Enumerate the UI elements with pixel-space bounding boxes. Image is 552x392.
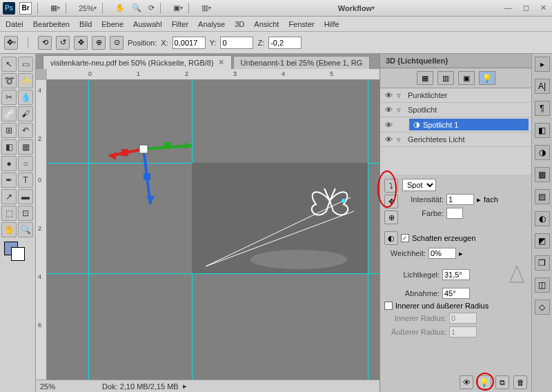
menu-3d[interactable]: 3D	[235, 20, 244, 28]
radius-checkbox[interactable]	[384, 302, 393, 310]
eye-icon[interactable]: 👁	[383, 106, 394, 114]
stepper-icon[interactable]: ▸	[459, 249, 463, 258]
crop-tool[interactable]: ✂	[1, 90, 17, 105]
opt-icon-4[interactable]: ⊕	[92, 36, 106, 50]
character-panel-icon[interactable]: A|	[535, 79, 550, 94]
history-brush-tool[interactable]: ↶	[18, 123, 33, 138]
paths-panel-icon[interactable]: ◇	[535, 300, 550, 315]
light-type-select[interactable]: Spot	[402, 179, 436, 191]
adjustments-panel-icon[interactable]: ◐	[535, 211, 550, 226]
add-icon[interactable]: ⧉	[495, 375, 509, 389]
tab-close-icon[interactable]: ✕	[218, 58, 224, 67]
arrow-icon[interactable]: ▸	[535, 57, 550, 72]
marquee-tool[interactable]: ▭	[18, 57, 33, 72]
material-filter-icon[interactable]: ▣	[458, 71, 475, 85]
color-swatch[interactable]	[446, 208, 463, 219]
x-input[interactable]	[172, 37, 206, 49]
shape-tool[interactable]: ▬	[18, 189, 33, 204]
cone-input[interactable]	[442, 269, 470, 280]
zoom-tool-icon[interactable]: 🔍	[132, 3, 141, 12]
softness-input[interactable]	[428, 248, 456, 259]
styles-panel-icon[interactable]: ▤	[535, 189, 550, 204]
type-tool[interactable]: T	[18, 173, 33, 188]
paragraph-panel-icon[interactable]: ¶	[535, 101, 550, 116]
maximize-button[interactable]: ◻	[520, 3, 532, 12]
lights-filter-icon[interactable]: 💡	[479, 71, 495, 85]
y-input[interactable]	[220, 37, 253, 49]
new-light-icon[interactable]: 💡	[477, 375, 491, 389]
move-tool[interactable]: ↖	[1, 57, 17, 72]
shadow-checkbox[interactable]: ✓	[401, 234, 409, 242]
intensity-input[interactable]	[446, 194, 474, 205]
opt-icon-5[interactable]: ⊙	[110, 36, 124, 50]
lasso-tool[interactable]: ➰	[1, 73, 17, 88]
pen-tool[interactable]: ✒	[1, 173, 17, 188]
stepper-icon[interactable]: ▸	[477, 195, 481, 204]
mesh-filter-icon[interactable]: ▥	[437, 71, 454, 85]
opt-icon-1[interactable]: ⟲	[38, 36, 52, 50]
menu-bild[interactable]: Bild	[79, 20, 92, 28]
zoom-tool[interactable]: 🔍	[18, 222, 33, 237]
eye-icon[interactable]: 👁	[383, 135, 394, 144]
menu-fenster[interactable]: Fenster	[288, 20, 314, 28]
rotate-light-icon[interactable]: ⊕	[384, 210, 398, 224]
menu-auswahl[interactable]: Auswahl	[133, 20, 162, 28]
wand-tool[interactable]: ✨	[18, 73, 33, 88]
eyedropper-tool[interactable]: 💧	[18, 90, 33, 105]
menu-ansicht[interactable]: Ansicht	[254, 20, 279, 28]
hand-tool-icon[interactable]: ✋	[115, 3, 125, 12]
swatches-panel-icon[interactable]: ▦	[535, 167, 550, 182]
heal-tool[interactable]: 🩹	[1, 106, 17, 121]
channels-panel-icon[interactable]: ◫	[535, 277, 550, 293]
menu-filter[interactable]: Filter	[172, 20, 188, 28]
status-zoom[interactable]: 25%	[40, 382, 75, 391]
canvas[interactable]	[47, 80, 379, 380]
menu-hilfe[interactable]: Hilfe	[324, 20, 339, 28]
minimize-button[interactable]: —	[502, 3, 515, 12]
path-tool[interactable]: ↗	[1, 189, 17, 204]
opt-icon-2[interactable]: ↺	[56, 36, 70, 50]
opt-icon-3[interactable]: ✥	[74, 36, 88, 50]
color-panel-icon[interactable]: ◑	[535, 145, 550, 160]
light-group[interactable]: 👁▿Spotlicht	[380, 103, 531, 117]
eye-icon[interactable]: 👁	[383, 121, 394, 129]
point-at-icon[interactable]: ⤵	[384, 179, 398, 193]
rotate-view-icon[interactable]: ⟳	[148, 3, 155, 12]
film-strip-icon[interactable]: ▦	[50, 3, 60, 12]
dodge-tool[interactable]: ○	[18, 156, 33, 171]
3d-camera-tool[interactable]: ⊡	[18, 206, 33, 221]
brush-tool[interactable]: 🖌	[18, 106, 33, 121]
bridge-icon[interactable]: Br	[19, 2, 32, 14]
light-item[interactable]: 👁◑Spotlicht 1	[380, 117, 531, 133]
hand-tool[interactable]: ✋	[1, 222, 17, 237]
delete-icon[interactable]: 🗑	[513, 375, 527, 389]
menu-ebene[interactable]: Ebene	[101, 20, 124, 28]
close-button[interactable]: ✕	[538, 3, 549, 12]
document-tab[interactable]: Unbenannt-1 bei 25% (Ebene 1, RG	[233, 56, 371, 69]
navigator-panel-icon[interactable]: ◧	[535, 123, 550, 138]
arrange-docs-icon[interactable]: ▥	[201, 3, 211, 12]
menu-analyse[interactable]: Analyse	[198, 20, 225, 28]
screen-mode-icon[interactable]: ▣	[173, 3, 183, 12]
masks-panel-icon[interactable]: ◩	[535, 233, 550, 248]
document-tab[interactable]: visitenkarte-neu.pdf bei 50% (Rückseite,…	[43, 55, 232, 69]
3d-gizmo[interactable]	[102, 121, 199, 219]
move-light-icon[interactable]: ✥	[384, 195, 398, 208]
layers-panel-icon[interactable]: ❐	[535, 255, 550, 271]
panel-tab-3d[interactable]: 3D {Lichtquellen}	[380, 54, 531, 68]
falloff-input[interactable]	[442, 288, 470, 299]
status-arrow-icon[interactable]: ▸	[183, 382, 187, 391]
ruler-horizontal[interactable]: 012345	[47, 69, 379, 80]
eye-icon[interactable]: 👁	[383, 91, 394, 99]
menu-bearbeiten[interactable]: Bearbeiten	[33, 20, 70, 28]
menu-datei[interactable]: Datei	[6, 20, 23, 28]
3d-tool[interactable]: ⬚	[1, 206, 17, 221]
workspace-selector[interactable]: Workflow	[338, 4, 375, 12]
blur-tool[interactable]: ●	[1, 156, 17, 171]
scene-filter-icon[interactable]: ▦	[417, 71, 433, 85]
ruler-vertical[interactable]: 420246	[36, 80, 47, 380]
stamp-tool[interactable]: ⊞	[1, 123, 17, 138]
gradient-tool[interactable]: ▦	[18, 139, 33, 155]
toggle-lights-icon[interactable]: 👁	[460, 375, 473, 389]
background-swatch[interactable]	[11, 247, 25, 261]
